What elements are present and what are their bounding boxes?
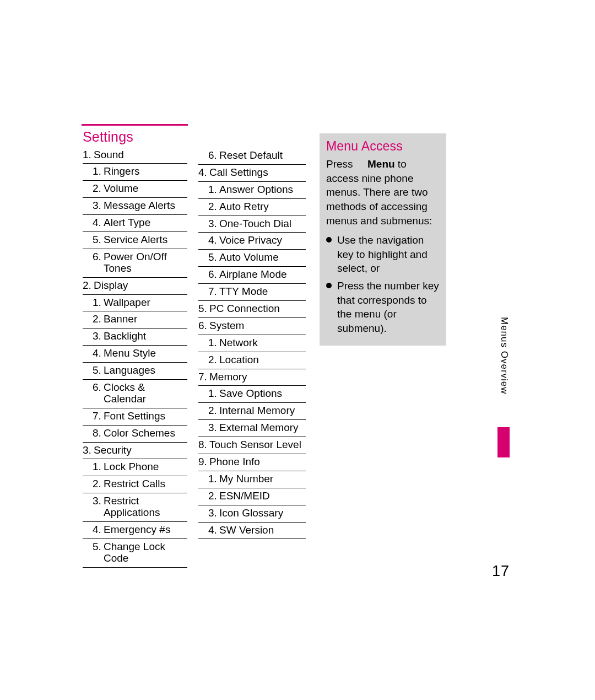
list-item: 3.Backlight (83, 329, 187, 346)
item-number: 6. (198, 320, 209, 332)
list-item: 5.Change Lock Code (83, 539, 187, 568)
settings-list-col1: 1.Sound1.Ringers2.Volume3.Message Alerts… (83, 147, 187, 568)
list-item: 2.Display (83, 278, 187, 295)
item-text: Service Alerts (104, 234, 186, 246)
list-item: 2.Restrict Calls (83, 476, 187, 493)
settings-heading: Settings (83, 130, 187, 145)
item-number: 4. (93, 524, 104, 536)
list-item: 1.Lock Phone (83, 459, 187, 476)
list-item: 6.Power On/Off Tones (83, 249, 187, 278)
list-item: 3.Restrict Applications (83, 493, 187, 522)
item-text: Emergency #s (104, 524, 186, 536)
item-text: Alert Type (104, 217, 186, 229)
item-text: Touch Sensor Level (209, 439, 303, 451)
item-number: 5. (208, 252, 219, 263)
item-text: Color Schemes (104, 428, 186, 439)
item-text: Menu Style (104, 348, 186, 359)
item-number: 6. (93, 382, 104, 394)
list-item: 3.External Memory (198, 420, 306, 437)
menu-word: Menu (367, 158, 395, 170)
menu-access-paragraph: Press Menu to access nine phone menus. T… (326, 157, 440, 228)
menu-access-box: Menu Access Press Menu to access nine ph… (320, 133, 446, 346)
item-text: Voice Privacy (219, 235, 305, 246)
item-number: 8. (93, 428, 104, 439)
item-text: Power On/Off Tones (104, 251, 186, 274)
item-number: 5. (198, 303, 209, 315)
item-text: Lock Phone (104, 461, 186, 473)
list-item: 5.Languages (83, 363, 187, 380)
item-text: Change Lock Code (104, 541, 186, 564)
item-text: Internal Memory (219, 405, 305, 417)
item-text: SW Version (219, 525, 305, 536)
item-number: 9. (198, 456, 209, 468)
item-number: 7. (198, 371, 209, 383)
item-text: Call Settings (209, 167, 303, 179)
item-number: 1. (83, 149, 94, 161)
item-text: Message Alerts (104, 200, 186, 212)
manual-page: Settings 1.Sound1.Ringers2.Volume3.Messa… (0, 0, 595, 700)
list-item: 3.Icon Glossary (198, 505, 306, 523)
list-item: 3.Message Alerts (83, 198, 187, 215)
item-text: ESN/MEID (219, 491, 305, 502)
item-text: Save Options (219, 388, 305, 400)
menu-access-column: Menu Access Press Menu to access nine ph… (320, 133, 446, 346)
list-item: 1.Answer Options (198, 182, 306, 199)
item-text: Volume (104, 183, 186, 195)
item-text: My Number (219, 473, 305, 485)
item-text: Location (219, 354, 305, 366)
item-number: 2. (208, 491, 219, 502)
item-number: 1. (208, 388, 219, 400)
item-number: 4. (93, 348, 104, 359)
item-number: 2. (93, 314, 104, 325)
list-item: 1.My Number (198, 471, 306, 488)
list-item: 4.Alert Type (83, 215, 187, 232)
list-item: 3.One-Touch Dial (198, 216, 306, 233)
list-item: 2.Auto Retry (198, 199, 306, 216)
list-item: 7.TTY Mode (198, 284, 306, 301)
item-number: 2. (208, 201, 219, 213)
list-item: 4.Menu Style (83, 346, 187, 363)
settings-list-col2: 6.Reset Default4.Call Settings1.Answer O… (198, 148, 306, 539)
list-item: 8.Touch Sensor Level (198, 437, 306, 454)
list-item: 8.Color Schemes (83, 426, 187, 443)
page-number: 17 (492, 563, 510, 580)
list-item: 1.Ringers (83, 164, 187, 181)
list-item: 7.Memory (198, 369, 306, 386)
list-item: 2.Banner (83, 311, 187, 329)
item-number: 1. (93, 166, 104, 177)
item-number: 4. (93, 217, 104, 229)
item-number: 3. (93, 496, 104, 507)
item-number: 3. (208, 218, 219, 230)
list-item: 4.Emergency #s (83, 522, 187, 539)
item-text: Auto Volume (219, 252, 305, 263)
item-number: 1. (208, 337, 219, 349)
item-number: 5. (93, 234, 104, 246)
item-text: System (209, 320, 303, 332)
item-number: 4. (198, 167, 209, 179)
item-text: Memory (209, 371, 303, 383)
list-item: 6.System (198, 318, 306, 335)
item-text: Font Settings (104, 411, 186, 422)
item-number: 3. (93, 331, 104, 342)
settings-column-1: Settings 1.Sound1.Ringers2.Volume3.Messa… (83, 124, 187, 568)
list-item: 5.Service Alerts (83, 232, 187, 249)
menu-access-bullet: Press the number key that corresponds to… (326, 279, 440, 336)
item-text: Wallpaper (104, 297, 186, 309)
item-text: External Memory (219, 422, 305, 434)
list-item: 1.Save Options (198, 386, 306, 403)
list-item: 1.Wallpaper (83, 295, 187, 312)
item-number: 3. (208, 508, 219, 519)
list-item: 3.Security (83, 443, 187, 460)
item-number: 4. (208, 525, 219, 536)
menu-access-bullet: Use the navigation key to highlight and … (326, 233, 440, 276)
item-text: Restrict Calls (104, 478, 186, 490)
item-number: 5. (93, 541, 104, 553)
item-text: Airplane Mode (219, 269, 305, 281)
item-text: Languages (104, 365, 186, 376)
item-number: 6. (208, 269, 219, 281)
menu-access-bullets: Use the navigation key to highlight and … (326, 233, 440, 335)
item-text: Ringers (104, 166, 186, 177)
item-text: Display (94, 280, 185, 292)
item-number: 3. (83, 445, 94, 456)
item-text: Icon Glossary (219, 508, 305, 519)
